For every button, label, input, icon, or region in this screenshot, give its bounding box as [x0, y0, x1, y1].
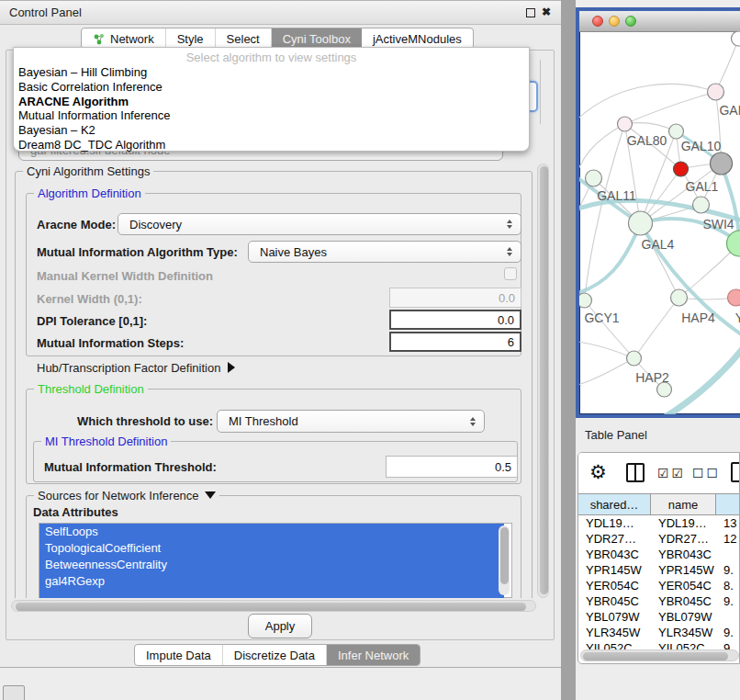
list-item[interactable]: BetweennessCentrality: [39, 557, 504, 573]
table-horizontal-scrollbar[interactable]: [580, 649, 739, 661]
table-cell[interactable]: [716, 609, 740, 625]
network-node-gal4[interactable]: [629, 211, 653, 235]
network-node-hap2[interactable]: [627, 351, 642, 366]
network-node-gcy1[interactable]: [579, 293, 592, 308]
network-node-gal10[interactable]: [669, 124, 684, 139]
settings-horizontal-scrollbar[interactable]: [11, 600, 536, 612]
table-cell[interactable]: YDL19…: [651, 515, 716, 531]
algorithm-option[interactable]: Mutual Information Inference: [14, 108, 529, 123]
gear-icon[interactable]: ⚙: [589, 461, 607, 483]
float-window-icon[interactable]: [526, 8, 535, 17]
table-cell[interactable]: YBR045C: [651, 593, 716, 609]
mi-threshold-field[interactable]: 0.5: [386, 456, 518, 478]
scrollbar-thumb[interactable]: [500, 527, 509, 584]
table-cell[interactable]: [716, 547, 740, 562]
columns-icon[interactable]: [626, 463, 645, 482]
table-cell[interactable]: YDL19…: [578, 515, 651, 531]
table-cell[interactable]: YBR043C: [578, 547, 651, 562]
list-item[interactable]: TopologicalCoefficient: [39, 540, 504, 557]
table-cell[interactable]: YBL079W: [578, 609, 651, 625]
table-row[interactable]: YDL19…YDL19…13: [578, 515, 740, 531]
minimize-traffic-light-icon[interactable]: [609, 16, 620, 27]
table-cell[interactable]: YLR345W: [578, 625, 651, 640]
table-row[interactable]: YBR045CYBR045C9.: [578, 593, 740, 609]
close-icon[interactable]: ✖: [541, 6, 552, 17]
dpi-tolerance-field[interactable]: 0.0: [389, 310, 521, 330]
table-cell[interactable]: YER054C: [578, 578, 651, 593]
table-cell[interactable]: YPR145W: [651, 562, 716, 578]
network-node-y[interactable]: [728, 289, 740, 306]
table-row[interactable]: YLR345WYLR345W9.: [578, 625, 740, 640]
tab-cyni-toolbox[interactable]: Cyni Toolbox: [272, 28, 362, 49]
table-row[interactable]: YBR043CYBR043C: [578, 547, 740, 562]
settings-vertical-scrollbar[interactable]: [537, 164, 549, 598]
close-traffic-light-icon[interactable]: [592, 16, 603, 27]
table-cell[interactable]: YDR27…: [578, 531, 651, 547]
tab-select[interactable]: Select: [216, 28, 272, 49]
list-scrollbar[interactable]: [499, 525, 510, 595]
deselect-all-checkboxes-icon[interactable]: ☐☐: [692, 466, 721, 480]
list-item[interactable]: SelfLoops: [39, 524, 504, 540]
panel-divider[interactable]: [561, 0, 576, 700]
list-item-partial[interactable]: [39, 590, 504, 598]
table-cell[interactable]: 8.: [716, 578, 740, 593]
tab-style[interactable]: Style: [166, 28, 216, 49]
export-table-icon[interactable]: [731, 462, 740, 482]
aracne-mode-combobox[interactable]: Discovery: [118, 213, 521, 235]
scrollbar-thumb[interactable]: [16, 603, 526, 611]
network-node-gal80[interactable]: [618, 117, 633, 131]
network-node-hap4[interactable]: [671, 289, 688, 306]
algorithm-option-selected[interactable]: ARACNE Algorithm: [14, 95, 529, 109]
table-cell[interactable]: 13: [716, 515, 740, 531]
algorithm-option[interactable]: Dream8 DC_TDC Algorithm: [14, 138, 529, 152]
table-cell[interactable]: YLR345W: [651, 625, 716, 640]
algorithm-option[interactable]: Bayesian – K2: [14, 123, 529, 138]
table-row[interactable]: YIL052CYIL052C9: [578, 640, 740, 649]
zoom-traffic-light-icon[interactable]: [625, 16, 636, 27]
table-cell[interactable]: 12: [716, 531, 740, 547]
network-node-gal11[interactable]: [586, 170, 602, 186]
algorithm-option[interactable]: Bayesian – Hill Climbing: [14, 65, 529, 80]
table-row[interactable]: YPR145WYPR145W9.: [578, 562, 740, 578]
network-node[interactable]: [732, 31, 740, 46]
tab-jactivemnodules[interactable]: jActiveMNodules: [362, 28, 473, 49]
list-item[interactable]: gal4RGexp: [39, 573, 504, 590]
manual-kernel-checkbox[interactable]: [504, 267, 517, 280]
column-header-cut[interactable]: [716, 494, 740, 514]
network-node-swi4[interactable]: [693, 197, 710, 213]
scrollbar-thumb[interactable]: [540, 166, 548, 594]
table-cell[interactable]: YDR27…: [651, 531, 716, 547]
tab-infer-network[interactable]: Infer Network: [327, 645, 420, 665]
mini-panel-icon[interactable]: [3, 685, 25, 700]
network-node-gal-cut[interactable]: [708, 84, 724, 100]
table-cell[interactable]: 9.: [716, 625, 740, 640]
table-row[interactable]: YDR27…YDR27…12: [578, 531, 740, 547]
select-all-checkboxes-icon[interactable]: ☑☑: [657, 466, 686, 480]
which-threshold-combobox[interactable]: MI Threshold: [217, 410, 485, 433]
table-cell[interactable]: YIL052C: [578, 640, 651, 649]
mi-steps-field[interactable]: 6: [389, 332, 521, 352]
table-cell[interactable]: YER054C: [651, 578, 716, 593]
table-row[interactable]: YBL079WYBL079W: [578, 609, 740, 625]
table-cell[interactable]: YBR043C: [651, 547, 716, 562]
tab-network[interactable]: Network: [82, 28, 166, 49]
scrollbar-thumb[interactable]: [583, 652, 728, 660]
kernel-width-field[interactable]: 0.0: [389, 288, 521, 308]
table-cell[interactable]: 9.: [716, 593, 740, 609]
table-cell[interactable]: YBR045C: [578, 593, 651, 609]
table-cell[interactable]: YBL079W: [651, 609, 716, 625]
mi-type-combobox[interactable]: Naive Bayes: [248, 241, 521, 263]
tab-impute-data[interactable]: Impute Data: [135, 645, 223, 665]
column-header-name[interactable]: name: [651, 494, 716, 514]
table-cell[interactable]: YIL052C: [651, 640, 716, 649]
column-header-shared-name[interactable]: shared…: [578, 494, 651, 514]
network-window-titlebar[interactable]: [579, 11, 740, 32]
table-cell[interactable]: 9.: [716, 562, 740, 578]
network-canvas[interactable]: GAL GAL80 GAL10 GAL1 GAL11 SWI4 GAL4 GCY…: [579, 31, 740, 414]
hub-definition-toggle[interactable]: Hub/Transcription Factor Definition: [37, 361, 235, 375]
apply-button[interactable]: Apply: [248, 614, 312, 638]
expanded-arrow-icon[interactable]: [205, 491, 216, 499]
network-node-gray[interactable]: [711, 152, 733, 175]
table-cell[interactable]: YPR145W: [578, 562, 651, 578]
table-row[interactable]: YER054CYER054C8.: [578, 578, 740, 593]
